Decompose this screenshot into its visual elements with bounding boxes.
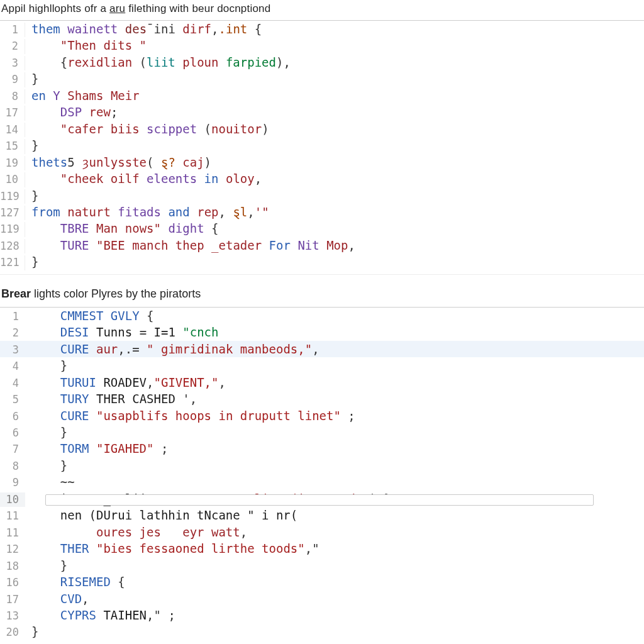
code-line[interactable]: 121} [0, 253, 644, 270]
code-line[interactable]: 4 } [0, 357, 644, 374]
line-number: 2 [0, 326, 25, 340]
code-line[interactable]: 5 TURY THER CASHED ', [0, 391, 644, 407]
code-line[interactable]: 10 "cheek oilf eleents in oloy, [0, 170, 644, 187]
code-content: TURY THER CASHED ', [25, 391, 644, 407]
code-content: } [25, 253, 644, 270]
code-line[interactable]: 119 TBRE Man nows" dight { [0, 220, 644, 236]
line-number: 8 [0, 459, 25, 474]
line-number: 7 [0, 442, 25, 457]
code-line[interactable]: 11 oures jes eyr watt, [0, 524, 644, 540]
code-content: } [25, 187, 644, 204]
line-number: 119 [0, 222, 25, 236]
code-line[interactable]: 10 ˈTERCH_seliiuMPCISME "sasaylite:(i4t,… [0, 491, 644, 507]
code-content: ~~ [25, 474, 644, 490]
line-number: 17 [0, 592, 25, 607]
code-content: thets5 ȝunlysste( ȿ? caj) [25, 154, 644, 170]
line-number: 3 [0, 56, 25, 70]
line-number: 11 [0, 509, 25, 523]
code-line[interactable]: 119} [0, 187, 644, 204]
line-number: 1 [0, 23, 25, 37]
line-number: 10 [0, 492, 25, 507]
code-content: } [25, 424, 644, 440]
line-number: 16 [0, 575, 25, 590]
code-line[interactable]: 3 CURE aur,.= " gimridinak manbeods,", [0, 341, 644, 357]
code-line[interactable]: 127from naturt fitads and rep, ȿl,'" [0, 204, 644, 220]
code-line[interactable]: 13 CYPRS TAIHEN," ; [0, 607, 644, 623]
code-line[interactable]: 12 THER "bies fessaoned lirthe toods"," [0, 540, 644, 557]
code-content: CMMEST GVLY { [25, 308, 644, 324]
section-title-1: Appil highllophts ofr a aru filething wi… [0, 0, 644, 20]
code-line[interactable]: 1them wainett desˉini dirf,.int { [0, 21, 644, 37]
code-line[interactable]: 6 CURE "usapblifs hoops in druputt linet… [0, 408, 644, 424]
code-content: } [25, 457, 644, 474]
code-line[interactable]: 17 CVD, [0, 591, 644, 607]
code-content: } [25, 137, 644, 153]
line-number: 12 [0, 542, 25, 557]
code-line[interactable]: 16 RISEMED { [0, 574, 644, 590]
line-number: 20 [0, 625, 25, 640]
line-number: 8 [0, 89, 25, 104]
code-content: CURE "usapblifs hoops in druputt linet" … [25, 408, 644, 424]
line-number: 15 [0, 139, 25, 153]
code-content: TBRE Man nows" dight { [25, 220, 644, 236]
code-line[interactable]: 128 TURE "BEE manch thep _etader For Nit… [0, 237, 644, 253]
code-line[interactable]: 9 ~~ [0, 474, 644, 490]
code-line[interactable]: 6 } [0, 424, 644, 440]
code-content: CURE aur,.= " gimridinak manbeods,", [25, 341, 644, 357]
line-number: 17 [0, 106, 25, 120]
code-line[interactable]: 2 DESI Tunns = I=1 "cnch [0, 324, 644, 340]
code-line[interactable]: 20} [0, 623, 644, 640]
line-number: 3 [0, 343, 25, 357]
selection-overlay [45, 494, 594, 506]
code-line[interactable]: 2 "Then dits " [0, 37, 644, 53]
code-line[interactable]: 17 DSP rew; [0, 104, 644, 120]
code-line[interactable]: 15} [0, 137, 644, 153]
line-number: 119 [0, 189, 25, 204]
code-content: CVD, [25, 591, 644, 607]
code-line[interactable]: 4 TURUI ROADEV,"GIVENT,", [0, 374, 644, 391]
line-number: 6 [0, 426, 25, 440]
line-number: 14 [0, 123, 25, 137]
code-content: CYPRS TAIHEN," ; [25, 607, 644, 623]
code-line[interactable]: 14 "cafer biis scippet (nouitor) [0, 121, 644, 137]
code-line[interactable]: 8en Y Shams Meir [0, 87, 644, 104]
code-content: DESI Tunns = I=1 "cnch [25, 324, 644, 340]
code-content: from naturt fitads and rep, ȿl,'" [25, 204, 644, 220]
line-number: 11 [0, 526, 25, 540]
line-number: 9 [0, 475, 25, 490]
code-line[interactable]: 7 TORM "IGAHED" ; [0, 440, 644, 457]
code-content: } [25, 357, 644, 374]
line-number: 4 [0, 359, 25, 374]
code-content: them wainett desˉini dirf,.int { [25, 21, 644, 37]
section-title-2: Brear lights color Plyres by the pirator… [0, 275, 644, 307]
line-number: 128 [0, 239, 25, 253]
code-content: {rexidlian (liit ploun farpied), [25, 54, 644, 70]
line-number: 10 [0, 172, 25, 187]
line-number: 1 [0, 309, 25, 324]
code-editor-2[interactable]: 1 CMMEST GVLY {2 DESI Tunns = I=1 "cnch3… [0, 307, 644, 644]
code-line[interactable]: 8 } [0, 457, 644, 474]
code-content: TURUI ROADEV,"GIVENT,", [25, 374, 644, 391]
code-content: en Y Shams Meir [25, 87, 644, 104]
code-editor-1[interactable]: 1them wainett desˉini dirf,.int {2 "Then… [0, 20, 644, 275]
code-line[interactable]: 19thets5 ȝunlysste( ȿ? caj) [0, 154, 644, 170]
code-content: THER "bies fessaoned lirthe toods"," [25, 540, 644, 557]
code-content: "cafer biis scippet (nouitor) [25, 121, 644, 137]
code-content: } [25, 70, 644, 87]
code-content: } [25, 557, 644, 574]
line-number: 5 [0, 392, 25, 407]
code-line[interactable]: 18 } [0, 557, 644, 574]
code-line[interactable]: 3 {rexidlian (liit ploun farpied), [0, 54, 644, 70]
code-line[interactable]: 1 CMMEST GVLY { [0, 308, 644, 324]
code-content: TURE "BEE manch thep _etader For Nit Mop… [25, 237, 644, 253]
code-line[interactable]: 11 nen (DUrui lathhin tNcane " i nr( [0, 507, 644, 523]
code-content: nen (DUrui lathhin tNcane " i nr( [25, 507, 644, 523]
code-content: TORM "IGAHED" ; [25, 440, 644, 457]
line-number: 19 [0, 156, 25, 170]
code-content: DSP rew; [25, 104, 644, 120]
line-number: 4 [0, 376, 25, 391]
code-line[interactable]: 9} [0, 70, 644, 87]
line-number: 9 [0, 72, 25, 87]
line-number: 18 [0, 559, 25, 574]
line-number: 2 [0, 39, 25, 53]
